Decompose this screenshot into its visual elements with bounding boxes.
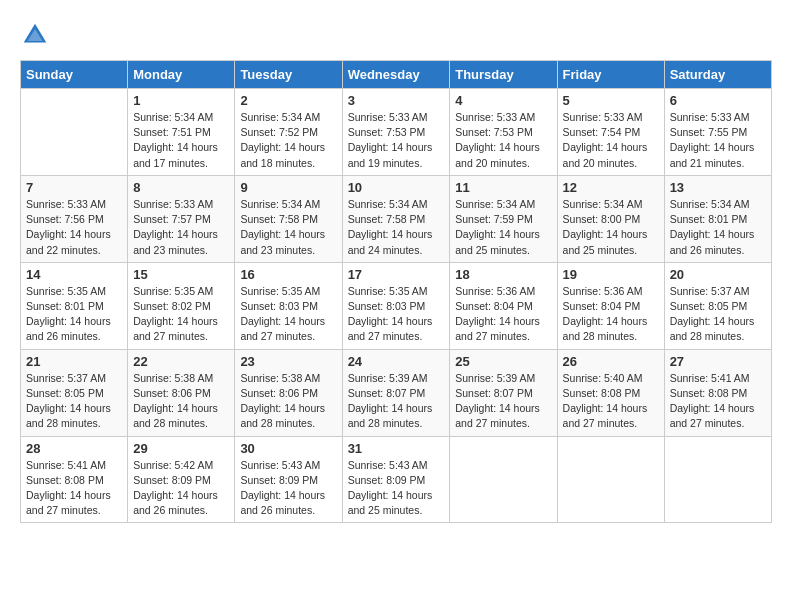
- calendar-cell: 24Sunrise: 5:39 AMSunset: 8:07 PMDayligh…: [342, 349, 450, 436]
- day-info: Sunrise: 5:37 AMSunset: 8:05 PMDaylight:…: [670, 284, 766, 345]
- calendar-cell: 5Sunrise: 5:33 AMSunset: 7:54 PMDaylight…: [557, 89, 664, 176]
- day-number: 5: [563, 93, 659, 108]
- day-info: Sunrise: 5:37 AMSunset: 8:05 PMDaylight:…: [26, 371, 122, 432]
- calendar-cell: 23Sunrise: 5:38 AMSunset: 8:06 PMDayligh…: [235, 349, 342, 436]
- day-info: Sunrise: 5:34 AMSunset: 8:00 PMDaylight:…: [563, 197, 659, 258]
- day-info: Sunrise: 5:33 AMSunset: 7:56 PMDaylight:…: [26, 197, 122, 258]
- day-number: 16: [240, 267, 336, 282]
- column-header-tuesday: Tuesday: [235, 61, 342, 89]
- day-number: 26: [563, 354, 659, 369]
- day-info: Sunrise: 5:36 AMSunset: 8:04 PMDaylight:…: [563, 284, 659, 345]
- day-number: 30: [240, 441, 336, 456]
- day-number: 23: [240, 354, 336, 369]
- day-info: Sunrise: 5:35 AMSunset: 8:03 PMDaylight:…: [348, 284, 445, 345]
- day-number: 24: [348, 354, 445, 369]
- day-info: Sunrise: 5:41 AMSunset: 8:08 PMDaylight:…: [670, 371, 766, 432]
- day-info: Sunrise: 5:38 AMSunset: 8:06 PMDaylight:…: [133, 371, 229, 432]
- calendar-cell: 15Sunrise: 5:35 AMSunset: 8:02 PMDayligh…: [128, 262, 235, 349]
- calendar-cell: [664, 436, 771, 523]
- column-header-saturday: Saturday: [664, 61, 771, 89]
- calendar-cell: 14Sunrise: 5:35 AMSunset: 8:01 PMDayligh…: [21, 262, 128, 349]
- day-number: 7: [26, 180, 122, 195]
- calendar-cell: 25Sunrise: 5:39 AMSunset: 8:07 PMDayligh…: [450, 349, 557, 436]
- day-info: Sunrise: 5:33 AMSunset: 7:53 PMDaylight:…: [348, 110, 445, 171]
- day-info: Sunrise: 5:38 AMSunset: 8:06 PMDaylight:…: [240, 371, 336, 432]
- calendar-cell: 28Sunrise: 5:41 AMSunset: 8:08 PMDayligh…: [21, 436, 128, 523]
- logo: [20, 20, 54, 50]
- day-number: 18: [455, 267, 551, 282]
- day-number: 12: [563, 180, 659, 195]
- calendar-cell: 12Sunrise: 5:34 AMSunset: 8:00 PMDayligh…: [557, 175, 664, 262]
- day-number: 20: [670, 267, 766, 282]
- day-number: 8: [133, 180, 229, 195]
- column-header-sunday: Sunday: [21, 61, 128, 89]
- calendar-week-row: 14Sunrise: 5:35 AMSunset: 8:01 PMDayligh…: [21, 262, 772, 349]
- day-info: Sunrise: 5:33 AMSunset: 7:57 PMDaylight:…: [133, 197, 229, 258]
- calendar-cell: 31Sunrise: 5:43 AMSunset: 8:09 PMDayligh…: [342, 436, 450, 523]
- day-info: Sunrise: 5:42 AMSunset: 8:09 PMDaylight:…: [133, 458, 229, 519]
- day-number: 25: [455, 354, 551, 369]
- day-info: Sunrise: 5:34 AMSunset: 7:58 PMDaylight:…: [348, 197, 445, 258]
- day-info: Sunrise: 5:34 AMSunset: 7:58 PMDaylight:…: [240, 197, 336, 258]
- calendar-header-row: SundayMondayTuesdayWednesdayThursdayFrid…: [21, 61, 772, 89]
- day-number: 19: [563, 267, 659, 282]
- calendar-cell: 11Sunrise: 5:34 AMSunset: 7:59 PMDayligh…: [450, 175, 557, 262]
- day-number: 9: [240, 180, 336, 195]
- calendar-cell: 13Sunrise: 5:34 AMSunset: 8:01 PMDayligh…: [664, 175, 771, 262]
- day-number: 31: [348, 441, 445, 456]
- calendar-week-row: 21Sunrise: 5:37 AMSunset: 8:05 PMDayligh…: [21, 349, 772, 436]
- day-info: Sunrise: 5:39 AMSunset: 8:07 PMDaylight:…: [455, 371, 551, 432]
- day-number: 1: [133, 93, 229, 108]
- day-info: Sunrise: 5:36 AMSunset: 8:04 PMDaylight:…: [455, 284, 551, 345]
- day-info: Sunrise: 5:39 AMSunset: 8:07 PMDaylight:…: [348, 371, 445, 432]
- day-number: 2: [240, 93, 336, 108]
- calendar-week-row: 28Sunrise: 5:41 AMSunset: 8:08 PMDayligh…: [21, 436, 772, 523]
- day-info: Sunrise: 5:43 AMSunset: 8:09 PMDaylight:…: [240, 458, 336, 519]
- page-header: [20, 20, 772, 50]
- day-info: Sunrise: 5:43 AMSunset: 8:09 PMDaylight:…: [348, 458, 445, 519]
- calendar-cell: 1Sunrise: 5:34 AMSunset: 7:51 PMDaylight…: [128, 89, 235, 176]
- calendar-cell: 18Sunrise: 5:36 AMSunset: 8:04 PMDayligh…: [450, 262, 557, 349]
- calendar-cell: 4Sunrise: 5:33 AMSunset: 7:53 PMDaylight…: [450, 89, 557, 176]
- calendar-cell: 30Sunrise: 5:43 AMSunset: 8:09 PMDayligh…: [235, 436, 342, 523]
- day-number: 17: [348, 267, 445, 282]
- day-number: 21: [26, 354, 122, 369]
- day-number: 14: [26, 267, 122, 282]
- day-info: Sunrise: 5:33 AMSunset: 7:54 PMDaylight:…: [563, 110, 659, 171]
- day-info: Sunrise: 5:33 AMSunset: 7:55 PMDaylight:…: [670, 110, 766, 171]
- day-number: 15: [133, 267, 229, 282]
- day-info: Sunrise: 5:35 AMSunset: 8:03 PMDaylight:…: [240, 284, 336, 345]
- day-number: 29: [133, 441, 229, 456]
- calendar-cell: 29Sunrise: 5:42 AMSunset: 8:09 PMDayligh…: [128, 436, 235, 523]
- calendar-cell: 16Sunrise: 5:35 AMSunset: 8:03 PMDayligh…: [235, 262, 342, 349]
- calendar-cell: 27Sunrise: 5:41 AMSunset: 8:08 PMDayligh…: [664, 349, 771, 436]
- calendar-cell: 17Sunrise: 5:35 AMSunset: 8:03 PMDayligh…: [342, 262, 450, 349]
- logo-icon: [20, 20, 50, 50]
- calendar-cell: [557, 436, 664, 523]
- day-number: 6: [670, 93, 766, 108]
- calendar-cell: 3Sunrise: 5:33 AMSunset: 7:53 PMDaylight…: [342, 89, 450, 176]
- day-number: 27: [670, 354, 766, 369]
- calendar-cell: 7Sunrise: 5:33 AMSunset: 7:56 PMDaylight…: [21, 175, 128, 262]
- column-header-wednesday: Wednesday: [342, 61, 450, 89]
- calendar-cell: 21Sunrise: 5:37 AMSunset: 8:05 PMDayligh…: [21, 349, 128, 436]
- calendar-cell: 10Sunrise: 5:34 AMSunset: 7:58 PMDayligh…: [342, 175, 450, 262]
- calendar-cell: [450, 436, 557, 523]
- day-info: Sunrise: 5:34 AMSunset: 7:52 PMDaylight:…: [240, 110, 336, 171]
- calendar-cell: 26Sunrise: 5:40 AMSunset: 8:08 PMDayligh…: [557, 349, 664, 436]
- day-number: 10: [348, 180, 445, 195]
- column-header-thursday: Thursday: [450, 61, 557, 89]
- calendar-week-row: 1Sunrise: 5:34 AMSunset: 7:51 PMDaylight…: [21, 89, 772, 176]
- column-header-monday: Monday: [128, 61, 235, 89]
- day-number: 11: [455, 180, 551, 195]
- day-info: Sunrise: 5:34 AMSunset: 8:01 PMDaylight:…: [670, 197, 766, 258]
- day-info: Sunrise: 5:40 AMSunset: 8:08 PMDaylight:…: [563, 371, 659, 432]
- day-number: 4: [455, 93, 551, 108]
- day-info: Sunrise: 5:35 AMSunset: 8:02 PMDaylight:…: [133, 284, 229, 345]
- calendar-cell: 22Sunrise: 5:38 AMSunset: 8:06 PMDayligh…: [128, 349, 235, 436]
- day-info: Sunrise: 5:34 AMSunset: 7:51 PMDaylight:…: [133, 110, 229, 171]
- calendar-cell: 20Sunrise: 5:37 AMSunset: 8:05 PMDayligh…: [664, 262, 771, 349]
- day-info: Sunrise: 5:34 AMSunset: 7:59 PMDaylight:…: [455, 197, 551, 258]
- calendar-cell: 2Sunrise: 5:34 AMSunset: 7:52 PMDaylight…: [235, 89, 342, 176]
- calendar-cell: [21, 89, 128, 176]
